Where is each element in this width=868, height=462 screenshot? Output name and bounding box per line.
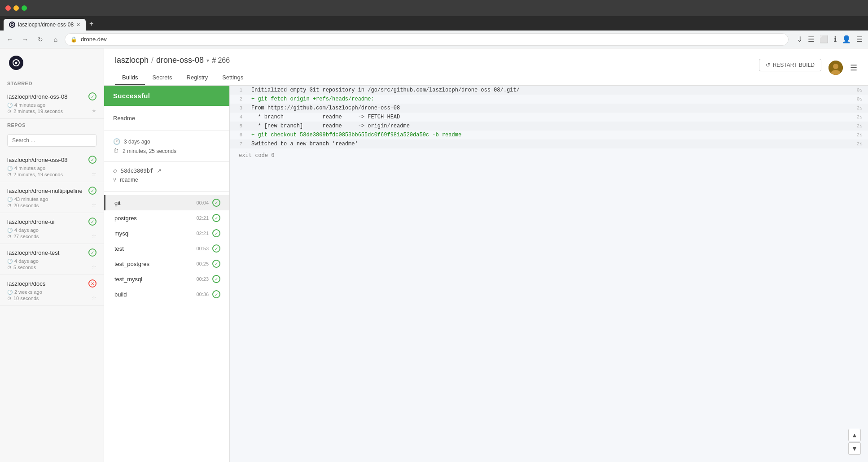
log-row-1: 1 Initialized empty Git repository in /g… xyxy=(230,86,868,95)
forward-button[interactable]: → xyxy=(19,33,31,46)
account-icon[interactable]: 👤 xyxy=(840,33,853,45)
stage-name-test: test xyxy=(114,245,196,252)
separator: / xyxy=(151,56,153,65)
duration-icon-1: ⏱ xyxy=(7,109,12,114)
svg-point-5 xyxy=(833,64,838,69)
external-link-icon[interactable]: ↗ xyxy=(157,167,162,174)
repo-name-1: laszlocph/drone-oss-08 xyxy=(7,157,67,163)
home-button[interactable]: ⌂ xyxy=(49,33,62,46)
build-info-section: 🕐 3 days ago ⏱ 2 minutes, 25 seconds xyxy=(104,131,229,162)
stage-duration-postgres: 02:21 xyxy=(196,215,209,221)
stage-item-postgres[interactable]: postgres 02:21 ✓ xyxy=(104,210,229,226)
stage-item-git[interactable]: git 00:04 ✓ xyxy=(104,195,229,210)
time-ago-starred: 4 minutes ago xyxy=(14,102,45,108)
clock-icon-1: 🕐 xyxy=(7,103,13,108)
scroll-down-button[interactable]: ▼ xyxy=(848,442,861,455)
owner-label: laszlocph xyxy=(115,56,149,65)
log-row-5: 5 * [new branch] readme -> origin/readme… xyxy=(230,122,868,131)
back-button[interactable]: ← xyxy=(4,33,16,46)
dropdown-arrow[interactable]: ▾ xyxy=(206,57,209,64)
new-tab-button[interactable]: + xyxy=(86,17,97,31)
star-icon-3[interactable]: ☆ xyxy=(92,202,96,208)
star-icon-4[interactable]: ☆ xyxy=(92,233,96,239)
log-time-1: 0s xyxy=(851,86,868,94)
log-time-3: 2s xyxy=(851,104,868,112)
sidebar-item-drone-test[interactable]: laszlocph/drone-test ✓ 🕐 4 days ago ⏱ 5 … xyxy=(0,244,104,275)
star-icon-1[interactable]: ★ xyxy=(92,108,96,114)
sidebar-item-drone-ui[interactable]: laszlocph/drone-ui ✓ 🕐 4 days ago ⏱ 27 s… xyxy=(0,213,104,244)
stage-status-build: ✓ xyxy=(212,290,220,298)
hamburger-menu-icon[interactable]: ☰ xyxy=(850,63,857,73)
star-icon-6[interactable]: ☆ xyxy=(92,295,96,301)
restart-build-button[interactable]: ↺ RESTART BUILD xyxy=(759,59,821,71)
build-duration: 2 minutes, 25 seconds xyxy=(123,148,176,154)
repo-name-4: laszlocph/drone-test xyxy=(7,249,59,256)
user-avatar[interactable] xyxy=(829,61,843,75)
tab-secrets[interactable]: Secrets xyxy=(145,70,179,85)
stage-name-test-postgres: test_postgres xyxy=(114,261,196,267)
address-input-wrapper[interactable]: 🔒 xyxy=(65,33,789,46)
duration-5: 10 seconds xyxy=(13,296,39,301)
lock-icon: 🔒 xyxy=(70,36,77,43)
star-icon-5[interactable]: ☆ xyxy=(92,264,96,270)
duration-1: 2 minutes, 19 seconds xyxy=(13,172,63,177)
status-icon-1: ✓ xyxy=(88,156,96,164)
download-icon[interactable]: ⇓ xyxy=(795,33,804,45)
star-icon-2[interactable]: ☆ xyxy=(92,171,96,177)
stage-item-test[interactable]: test 00:53 ✓ xyxy=(104,241,229,256)
time-ago-3: 4 days ago xyxy=(14,227,39,233)
search-input[interactable] xyxy=(7,134,96,147)
address-bar: ← → ↻ ⌂ 🔒 ⇓ ☰ ⬜ ℹ 👤 ☰ xyxy=(0,31,868,48)
log-content-2: + git fetch origin +refs/heads/readme: xyxy=(248,95,851,104)
stage-status-test-mysql: ✓ xyxy=(212,275,220,283)
scroll-buttons: ▲ ▼ xyxy=(848,429,861,455)
active-tab[interactable]: laszlocph/drone-oss-08 ✕ xyxy=(4,19,86,31)
sidebar-item-drone-oss-08[interactable]: laszlocph/drone-oss-08 ✓ 🕐 4 minutes ago… xyxy=(0,151,104,182)
status-icon-4: ✓ xyxy=(88,248,96,257)
build-detail: Successful Readme 🕐 3 days ago ⏱ 2 minut… xyxy=(104,86,868,462)
build-time-ago: 3 days ago xyxy=(124,139,150,145)
svg-point-1 xyxy=(12,24,13,26)
stage-status-test-postgres: ✓ xyxy=(212,260,220,268)
sidebar-item-drone-oss-08-starred[interactable]: laszlocph/drone-oss-08 ✓ 🕐 4 minutes ago… xyxy=(0,88,104,119)
log-line-num-2: 2 xyxy=(230,95,248,103)
repo-name-header: drone-oss-08 xyxy=(156,56,204,65)
restart-icon: ↺ xyxy=(766,62,770,68)
menu-icon[interactable]: ☰ xyxy=(855,33,864,45)
sidebar-item-docs[interactable]: laszlocph/docs ✕ 🕐 2 weeks ago ⏱ 10 seco… xyxy=(0,275,104,306)
url-input[interactable] xyxy=(81,36,783,43)
stage-item-mysql[interactable]: mysql 02:21 ✓ xyxy=(104,226,229,241)
clock-icon-3: 🕐 xyxy=(7,197,13,202)
clock-icon-5: 🕐 xyxy=(7,259,13,264)
reload-button[interactable]: ↻ xyxy=(34,33,47,46)
clock-icon-6: 🕐 xyxy=(7,290,13,295)
log-content-1: Initialized empty Git repository in /go/… xyxy=(248,86,851,95)
build-readme-label: Readme xyxy=(104,106,229,131)
tab-registry[interactable]: Registry xyxy=(180,70,215,85)
header-right: ↺ RESTART BUILD ☰ xyxy=(759,59,857,77)
stage-item-test-postgres[interactable]: test_postgres 00:25 ✓ xyxy=(104,256,229,271)
tab-settings[interactable]: Settings xyxy=(215,70,250,85)
clock-icon-4: 🕐 xyxy=(7,228,13,233)
sidebar-item-multipipeline[interactable]: laszlocph/drone-multipipeline ✓ 🕐 43 min… xyxy=(0,182,104,213)
log-time-5: 2s xyxy=(851,122,868,130)
stage-name-mysql: mysql xyxy=(114,230,196,237)
log-area[interactable]: 1 Initialized empty Git repository in /g… xyxy=(230,86,868,462)
stage-duration-mysql: 02:21 xyxy=(196,231,209,236)
stage-item-test-mysql[interactable]: test_mysql 00:23 ✓ xyxy=(104,271,229,287)
time-ago-4: 4 days ago xyxy=(14,258,39,264)
stage-item-build[interactable]: build 00:36 ✓ xyxy=(104,287,229,302)
extensions-icon[interactable]: ⬜ xyxy=(818,33,830,45)
log-time-6: 2s xyxy=(851,131,868,139)
log-row-6: 6 + git checkout 58de3809bfdc0853bb655dc… xyxy=(230,131,868,139)
bookmarks-icon[interactable]: ☰ xyxy=(806,33,816,45)
scroll-up-button[interactable]: ▲ xyxy=(848,429,861,441)
log-content-3: From https://github.com/laszlocph/drone-… xyxy=(248,104,851,113)
tab-close-button[interactable]: ✕ xyxy=(76,22,80,28)
repo-name-5: laszlocph/docs xyxy=(7,280,45,287)
info-icon[interactable]: ℹ xyxy=(832,33,838,45)
log-time-4: 2s xyxy=(851,113,868,121)
tab-builds[interactable]: Builds xyxy=(115,70,145,85)
log-line-num-1: 1 xyxy=(230,86,248,94)
time-ago-1: 4 minutes ago xyxy=(14,166,45,171)
